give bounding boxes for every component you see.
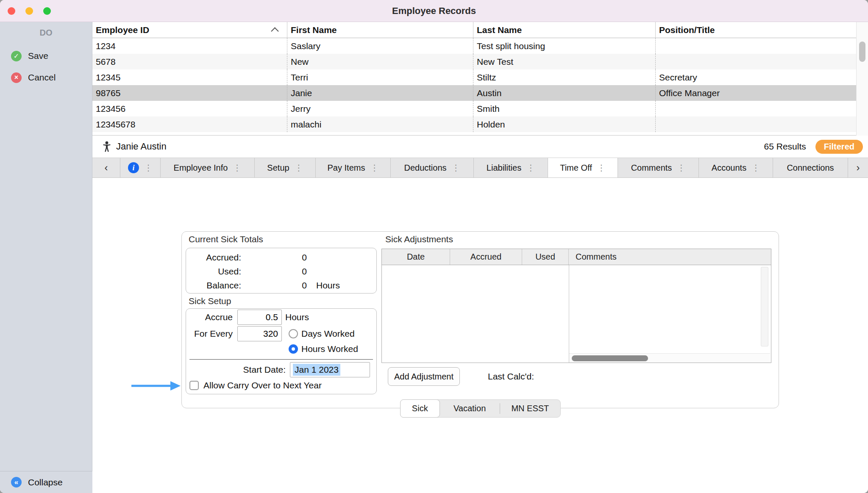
start-date-value: Jan 1 2023 <box>293 364 340 376</box>
table-row[interactable]: 12345678 malachi Holden <box>92 116 868 132</box>
cell-last-name[interactable]: Test split housing <box>473 38 656 54</box>
cell-position[interactable] <box>656 116 844 132</box>
table-row-selected[interactable]: 98765 Janie Austin Office Manager <box>92 85 868 101</box>
tab-info[interactable]: i ⋮ <box>120 158 161 177</box>
cell-first-name[interactable]: Terri <box>287 69 473 85</box>
hours-worked-radio[interactable] <box>289 344 298 354</box>
minimize-window-button[interactable] <box>25 7 33 15</box>
filtered-badge[interactable]: Filtered <box>815 140 863 154</box>
employee-table-header: Employee ID First Name Last Name Positio… <box>92 22 868 38</box>
zoom-window-button[interactable] <box>43 7 51 15</box>
days-worked-radio[interactable] <box>289 329 298 338</box>
cell-employee-id[interactable]: 98765 <box>92 85 287 101</box>
table-row[interactable]: 1234 Saslary Test split housing <box>92 38 868 54</box>
cell-position[interactable]: Office Manager <box>656 85 844 101</box>
cell-last-name[interactable]: Smith <box>473 101 656 116</box>
kebab-menu-icon[interactable]: ⋮ <box>751 163 760 173</box>
title-bar: Employee Records <box>0 0 868 22</box>
column-header-last-name[interactable]: Last Name <box>473 22 656 38</box>
tab-accounts[interactable]: Accounts ⋮ <box>699 158 773 177</box>
cell-last-name[interactable]: Austin <box>473 85 656 101</box>
accrued-value: 0 <box>241 252 307 263</box>
start-date-label: Start Date: <box>186 365 286 375</box>
sick-category-tabs: Sick Vacation MN ESST <box>400 399 561 418</box>
adj-column-comments: Comments <box>569 249 771 265</box>
tabs-scroll-left-button[interactable]: ‹ <box>92 158 120 177</box>
kebab-menu-icon[interactable]: ⋮ <box>597 163 606 173</box>
tab-setup[interactable]: Setup ⋮ <box>255 158 316 177</box>
table-scrollbar-thumb[interactable] <box>859 42 865 62</box>
table-row[interactable]: 5678 New New Test <box>92 54 868 69</box>
cell-first-name[interactable]: malachi <box>287 116 473 132</box>
kebab-menu-icon[interactable]: ⋮ <box>144 163 153 173</box>
window-controls <box>8 7 51 15</box>
tabs-scroll-right-button[interactable]: › <box>848 158 868 177</box>
tab-time-off[interactable]: Time Off ⋮ <box>548 158 618 177</box>
start-date-input[interactable]: Jan 1 2023 <box>290 362 370 377</box>
kebab-menu-icon[interactable]: ⋮ <box>370 163 378 173</box>
cell-employee-id[interactable]: 5678 <box>92 54 287 69</box>
tab-deductions[interactable]: Deductions ⋮ <box>391 158 474 177</box>
column-header-position[interactable]: Position/Title <box>656 22 844 38</box>
tab-liabilities[interactable]: Liabilities ⋮ <box>474 158 548 177</box>
adj-column-used: Used <box>522 249 569 265</box>
cell-last-name[interactable]: New Test <box>473 54 656 69</box>
tab-sick[interactable]: Sick <box>400 399 440 418</box>
adj-column-accrued: Accrued <box>450 249 522 265</box>
cell-first-name[interactable]: Janie <box>287 85 473 101</box>
comments-vertical-scrollbar[interactable] <box>761 267 768 346</box>
sick-panel: Current Sick Totals Accrued: 0 Used: 0 B… <box>181 231 779 408</box>
collapse-chevrons-icon: « <box>11 477 22 487</box>
column-header-first-name[interactable]: First Name <box>287 22 473 38</box>
cell-employee-id[interactable]: 12345 <box>92 69 287 85</box>
cancel-button[interactable]: × Cancel <box>0 70 92 85</box>
kebab-menu-icon[interactable]: ⋮ <box>526 163 535 173</box>
employee-table: Employee ID First Name Last Name Positio… <box>92 22 868 136</box>
balance-unit: Hours <box>316 280 340 291</box>
sidebar: DO ✓ Save × Cancel « Collapse <box>0 22 92 493</box>
cell-first-name[interactable]: Jerry <box>287 101 473 116</box>
table-row[interactable]: 12345 Terri Stiltz Secretary <box>92 69 868 85</box>
table-vertical-scrollbar[interactable] <box>856 22 868 136</box>
tab-mn-esst[interactable]: MN ESST <box>500 400 560 417</box>
person-icon <box>102 141 112 152</box>
tab-pay-items[interactable]: Pay Items ⋮ <box>316 158 391 177</box>
sort-ascending-icon <box>271 27 278 35</box>
cell-position[interactable] <box>656 38 844 54</box>
tab-connections[interactable]: Connections <box>773 158 848 177</box>
table-row[interactable]: 123456 Jerry Smith <box>92 101 868 116</box>
window-title: Employee Records <box>392 6 476 17</box>
save-button[interactable]: ✓ Save <box>0 49 92 63</box>
accrue-label: Accrue <box>186 312 233 322</box>
kebab-menu-icon[interactable]: ⋮ <box>233 163 241 173</box>
tab-comments[interactable]: Comments ⋮ <box>618 158 699 177</box>
cell-last-name[interactable]: Stiltz <box>473 69 656 85</box>
comments-horizontal-scrollbar[interactable] <box>569 353 770 363</box>
accrue-input[interactable] <box>237 310 282 325</box>
cell-last-name[interactable]: Holden <box>473 116 656 132</box>
cell-first-name[interactable]: New <box>287 54 473 69</box>
for-every-input[interactable] <box>237 326 282 341</box>
cell-employee-id[interactable]: 12345678 <box>92 116 287 132</box>
chevron-left-icon: ‹ <box>105 162 108 174</box>
close-window-button[interactable] <box>8 7 15 15</box>
collapse-button[interactable]: « Collapse <box>0 471 92 493</box>
tab-vacation[interactable]: Vacation <box>440 400 500 417</box>
cell-position[interactable] <box>656 54 844 69</box>
tab-employee-info[interactable]: Employee Info ⋮ <box>161 158 255 177</box>
add-adjustment-button[interactable]: Add Adjustment <box>388 367 460 386</box>
column-header-employee-id[interactable]: Employee ID <box>92 22 287 38</box>
cell-employee-id[interactable]: 123456 <box>92 101 287 116</box>
kebab-menu-icon[interactable]: ⋮ <box>677 163 685 173</box>
cell-first-name[interactable]: Saslary <box>287 38 473 54</box>
kebab-menu-icon[interactable]: ⋮ <box>295 163 303 173</box>
hours-worked-label: Hours Worked <box>301 344 358 354</box>
cell-position[interactable] <box>656 101 844 116</box>
sick-setup-title: Sick Setup <box>189 296 231 306</box>
results-count: 65 Results <box>764 141 806 152</box>
kebab-menu-icon[interactable]: ⋮ <box>452 163 460 173</box>
carry-over-checkbox[interactable] <box>189 381 199 390</box>
cell-employee-id[interactable]: 1234 <box>92 38 287 54</box>
horizontal-scrollbar-thumb[interactable] <box>572 355 648 361</box>
cell-position[interactable]: Secretary <box>656 69 844 85</box>
